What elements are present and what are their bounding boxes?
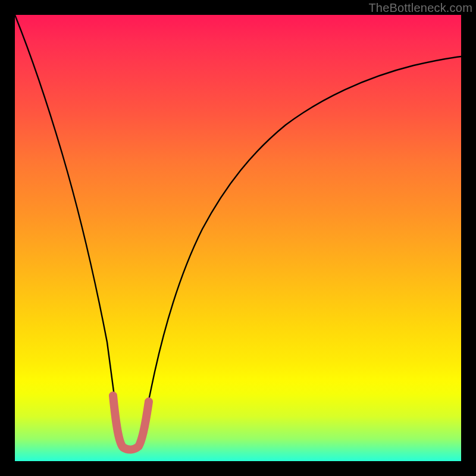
optimal-zone-highlight [113,396,149,450]
bottleneck-curve-svg [15,15,461,461]
watermark-text: TheBottleneck.com [368,1,472,15]
bottleneck-curve [15,15,461,448]
chart-frame: TheBottleneck.com [0,0,476,476]
chart-plot-area [15,15,461,461]
